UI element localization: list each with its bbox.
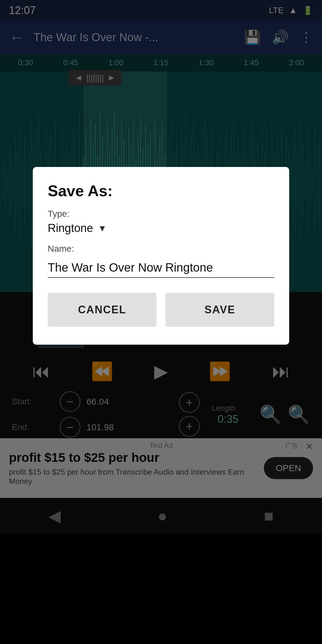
save-as-dialog: Save As: Type: Ringtone ▼ Name: CANCEL S… — [33, 167, 289, 345]
modal-buttons: CANCEL SAVE — [48, 293, 274, 327]
save-button[interactable]: SAVE — [165, 293, 274, 327]
modal-overlay: Save As: Type: Ringtone ▼ Name: CANCEL S… — [0, 0, 322, 644]
cancel-button[interactable]: CANCEL — [48, 293, 157, 327]
modal-type-label: Type: — [48, 209, 274, 219]
dropdown-arrow-icon: ▼ — [98, 223, 107, 233]
modal-name-label: Name: — [48, 244, 274, 254]
name-input[interactable] — [48, 258, 274, 278]
type-dropdown-value: Ringtone — [48, 222, 93, 235]
modal-title: Save As: — [48, 182, 274, 200]
type-dropdown[interactable]: Ringtone ▼ — [48, 222, 274, 235]
